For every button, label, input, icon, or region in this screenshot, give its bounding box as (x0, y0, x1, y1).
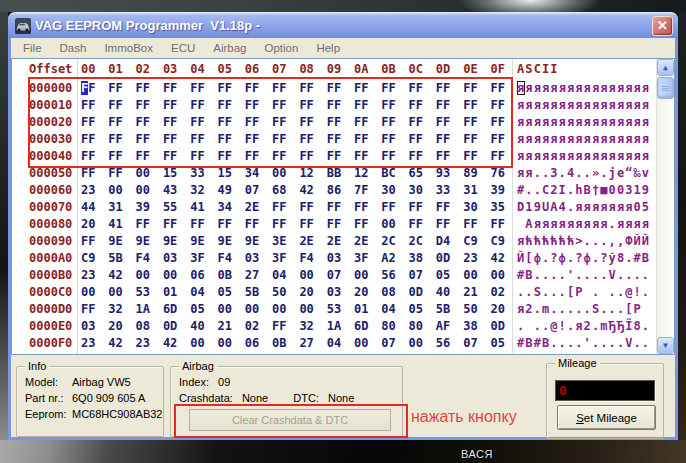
hex-byte[interactable]: FF (381, 97, 408, 114)
hex-byte[interactable]: FF (108, 165, 135, 182)
hex-byte[interactable]: 80 (381, 318, 408, 335)
hex-byte[interactable]: 20 (354, 284, 381, 301)
set-mileage-button[interactable]: Set Mileage (557, 405, 656, 430)
hex-byte[interactable]: FF (490, 216, 517, 233)
hex-byte[interactable]: FF (327, 80, 354, 97)
row-ascii[interactable]: ..S...[P . ..@!. (517, 284, 650, 301)
hex-byte[interactable]: FF (409, 114, 436, 131)
row-ascii[interactable]: . ..@!.я2.mЂЂЇ8. (517, 318, 650, 335)
hex-row[interactable]: 000020FFFFFFFFFFFFFFFFFFFFFFFFFFFFFFFFяя… (12, 114, 674, 131)
hex-byte[interactable]: FF (436, 97, 463, 114)
hex-byte[interactable]: 53 (327, 301, 354, 318)
hex-byte[interactable]: FF (108, 131, 135, 148)
menu-item-airbag[interactable]: Airbag (207, 40, 252, 56)
hex-byte[interactable]: FF (245, 97, 272, 114)
hex-byte[interactable]: 40 (190, 318, 217, 335)
hex-byte[interactable]: FF (217, 131, 244, 148)
hex-byte[interactable]: FF (381, 199, 408, 216)
hex-byte[interactable]: 2E (299, 233, 326, 250)
hex-byte[interactable]: 08 (136, 318, 163, 335)
hex-byte[interactable]: FF (490, 80, 517, 97)
hex-row[interactable]: 000010FFFFFFFFFFFFFFFFFFFFFFFFFFFFFFFFяя… (12, 97, 674, 114)
hex-byte[interactable]: FF (354, 80, 381, 97)
hex-byte[interactable]: 00 (217, 335, 244, 352)
hex-byte[interactable]: FF (409, 97, 436, 114)
hex-byte[interactable]: FF (217, 97, 244, 114)
hex-byte[interactable]: 9E (163, 233, 190, 250)
hex-byte[interactable]: FF (327, 216, 354, 233)
hex-byte[interactable]: 00 (136, 165, 163, 182)
hex-byte[interactable]: F4 (299, 250, 326, 267)
hex-byte[interactable]: FF (490, 148, 517, 165)
hex-byte[interactable]: 23 (136, 335, 163, 352)
hex-byte[interactable]: FF (272, 199, 299, 216)
hex-byte[interactable]: 32 (108, 301, 135, 318)
close-button[interactable]: ✕ (652, 16, 673, 36)
hex-row[interactable]: 000060230000433249076842867F3030333139#.… (12, 182, 674, 199)
hex-byte[interactable]: 41 (190, 199, 217, 216)
hex-byte[interactable]: 2E (354, 233, 381, 250)
hex-row[interactable]: 0000704431395541342EFFFFFFFFFFFFFF3035D1… (12, 199, 674, 216)
hex-byte[interactable]: FF (163, 114, 190, 131)
hex-byte[interactable]: FF (409, 148, 436, 165)
hex-byte[interactable]: 00 (463, 267, 490, 284)
hex-byte[interactable]: FF (81, 80, 108, 97)
row-ascii[interactable]: #B....'....V.... (517, 267, 650, 284)
hex-byte[interactable]: 7F (354, 182, 381, 199)
hex-byte[interactable]: 65 (409, 165, 436, 182)
scroll-down-button[interactable]: ▼ (657, 337, 674, 354)
hex-byte[interactable]: FF (299, 216, 326, 233)
hex-byte[interactable]: 41 (108, 216, 135, 233)
hex-byte[interactable]: 9E (217, 233, 244, 250)
hex-byte[interactable]: F4 (217, 250, 244, 267)
hex-byte[interactable]: 00 (163, 267, 190, 284)
hex-byte[interactable]: FF (409, 131, 436, 148)
hex-byte[interactable]: 08 (381, 284, 408, 301)
hex-byte[interactable]: 42 (490, 250, 517, 267)
row-ascii[interactable]: яяяяяяяяяяяяяяяя (517, 148, 650, 165)
hex-byte[interactable]: 01 (354, 301, 381, 318)
hex-byte[interactable]: 93 (436, 165, 463, 182)
hex-byte[interactable]: 15 (163, 165, 190, 182)
hex-byte[interactable]: 00 (81, 284, 108, 301)
row-ascii[interactable]: яяяяяяяяяяяяяяяя (517, 114, 650, 131)
hex-byte[interactable]: 44 (81, 199, 108, 216)
hex-byte[interactable]: 6D (163, 301, 190, 318)
hex-byte[interactable]: FF (354, 114, 381, 131)
hex-byte[interactable]: FF (436, 216, 463, 233)
hex-byte[interactable]: FF (327, 131, 354, 148)
hex-byte[interactable]: FF (136, 114, 163, 131)
hex-byte[interactable]: FF (245, 114, 272, 131)
hex-byte[interactable]: 00 (136, 267, 163, 284)
hex-byte[interactable]: 76 (490, 165, 517, 182)
hex-byte[interactable]: FF (272, 131, 299, 148)
hex-byte[interactable]: 31 (108, 199, 135, 216)
hex-byte[interactable]: 31 (463, 182, 490, 199)
hex-editor[interactable]: Offset 000102030405060708090A0B0C0D0E0F … (11, 58, 675, 355)
hex-byte[interactable]: 86 (327, 182, 354, 199)
row-ascii[interactable]: Aяяяяяяяяя.яяяя (517, 216, 650, 233)
hex-byte[interactable]: 05 (217, 284, 244, 301)
hex-byte[interactable]: FF (245, 216, 272, 233)
hex-byte[interactable]: 33 (436, 182, 463, 199)
hex-byte[interactable]: 20 (108, 318, 135, 335)
hex-byte[interactable]: FF (463, 148, 490, 165)
hex-byte[interactable]: 07 (381, 335, 408, 352)
hex-row[interactable]: 000040FFFFFFFFFFFFFFFFFFFFFFFFFFFFFFFFяя… (12, 148, 674, 165)
hex-byte[interactable]: FF (354, 199, 381, 216)
hex-byte[interactable]: 42 (108, 267, 135, 284)
hex-byte[interactable]: 3F (354, 250, 381, 267)
hex-byte[interactable]: 42 (299, 182, 326, 199)
hex-byte[interactable]: 56 (381, 267, 408, 284)
hex-byte[interactable]: FF (81, 301, 108, 318)
menu-item-immobox[interactable]: ImmoBox (98, 40, 159, 56)
hex-byte[interactable]: FF (463, 97, 490, 114)
hex-byte[interactable]: 40 (436, 284, 463, 301)
hex-byte[interactable]: 9E (190, 233, 217, 250)
hex-byte[interactable]: 00 (136, 182, 163, 199)
hex-byte[interactable]: 30 (381, 182, 408, 199)
menu-item-help[interactable]: Help (310, 40, 346, 56)
hex-byte[interactable]: FF (299, 199, 326, 216)
hex-byte[interactable]: 00 (299, 267, 326, 284)
hex-byte[interactable]: 5B (245, 284, 272, 301)
